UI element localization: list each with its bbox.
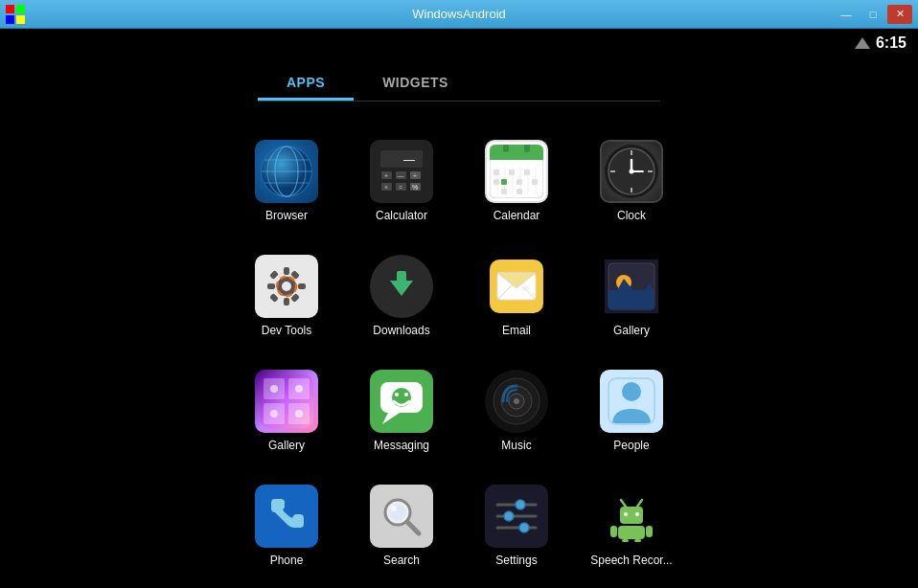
gallery1-icon [600, 255, 663, 318]
svg-rect-123 [618, 526, 645, 539]
calculator-icon: — + — ÷ × = % [370, 140, 433, 203]
svg-rect-127 [634, 539, 641, 542]
clock-label: Clock [617, 209, 646, 222]
app-people[interactable]: People [584, 351, 679, 456]
tab-bar: APPS WIDGETS [258, 67, 660, 101]
devtools-label: Dev Tools [262, 324, 311, 337]
svg-point-100 [514, 398, 519, 404]
restore-button[interactable]: □ [861, 5, 885, 24]
speech-icon [600, 485, 663, 548]
music-icon [485, 370, 548, 433]
svg-rect-0 [6, 5, 14, 13]
app-calculator[interactable]: — + — ÷ × = % [354, 121, 449, 226]
browser-label: Browser [265, 209, 308, 222]
tab-divider [258, 101, 660, 102]
settings-label: Settings [495, 554, 537, 567]
svg-rect-126 [622, 539, 629, 542]
app-settings[interactable]: Settings [469, 465, 564, 571]
minimize-button[interactable]: — [834, 5, 859, 24]
app-email[interactable]: Email [469, 236, 564, 341]
titlebar-logo [6, 5, 25, 24]
svg-rect-59 [284, 267, 289, 275]
people-icon [600, 370, 663, 433]
svg-point-107 [389, 504, 406, 521]
people-label: People [613, 439, 649, 452]
app-gallery1[interactable]: Gallery [584, 236, 679, 341]
svg-rect-29 [490, 154, 543, 160]
devtools-icon [255, 255, 318, 318]
svg-point-55 [630, 170, 634, 174]
svg-point-58 [282, 282, 291, 291]
status-bar: 6:15 [0, 29, 918, 57]
app-browser[interactable]: Browser [239, 121, 334, 226]
window-title: WindowsAndroid [412, 7, 506, 21]
messaging-icon [370, 370, 433, 433]
svg-point-88 [270, 410, 278, 418]
app-messaging[interactable]: Messaging [354, 351, 449, 456]
svg-point-119 [624, 512, 628, 516]
window-controls: — □ ✕ [834, 5, 912, 24]
app-calendar[interactable]: Calendar [469, 121, 564, 226]
app-music[interactable]: Music [469, 351, 564, 456]
svg-rect-13 [380, 150, 423, 168]
svg-rect-61 [267, 283, 275, 289]
messaging-label: Messaging [374, 439, 429, 452]
svg-rect-39 [493, 179, 499, 185]
tab-widgets[interactable]: WIDGETS [354, 67, 477, 101]
app-gallery2[interactable]: Gallery [239, 351, 334, 456]
svg-point-116 [519, 523, 529, 532]
gallery2-label: Gallery [268, 439, 305, 452]
app-clock[interactable]: Clock [584, 121, 679, 226]
svg-text:=: = [399, 184, 402, 191]
close-button[interactable]: ✕ [887, 5, 912, 24]
browser-icon [255, 140, 318, 203]
svg-rect-3 [16, 15, 25, 24]
svg-rect-42 [532, 179, 538, 185]
android-screen: 6:15 APPS WIDGETS [0, 29, 918, 588]
svg-rect-118 [620, 507, 643, 524]
svg-point-114 [516, 500, 525, 509]
titlebar: WindowsAndroid — □ ✕ [0, 0, 918, 29]
downloads-icon [370, 255, 433, 318]
svg-rect-1 [16, 5, 25, 13]
app-downloads[interactable]: Downloads [354, 236, 449, 341]
app-devtools[interactable]: Dev Tools [239, 236, 334, 341]
downloads-label: Downloads [373, 324, 429, 337]
svg-rect-124 [610, 526, 617, 537]
svg-rect-46 [524, 145, 530, 152]
svg-text:—: — [398, 172, 404, 179]
calculator-label: Calculator [376, 209, 427, 222]
svg-point-86 [270, 385, 278, 393]
svg-rect-125 [646, 526, 653, 537]
music-label: Music [501, 439, 531, 452]
svg-text:÷: ÷ [413, 172, 417, 179]
svg-rect-40 [501, 179, 507, 185]
gallery2-icon [255, 370, 318, 433]
signal-icon [855, 35, 870, 51]
tab-apps[interactable]: APPS [258, 67, 354, 101]
svg-point-87 [295, 385, 303, 393]
phone-icon [255, 485, 318, 548]
svg-marker-4 [855, 37, 870, 49]
calendar-icon [485, 140, 548, 203]
svg-rect-60 [284, 298, 289, 305]
svg-text:—: — [403, 153, 415, 167]
gallery1-label: Gallery [613, 324, 650, 337]
svg-text:×: × [384, 184, 388, 191]
svg-point-108 [391, 506, 397, 511]
svg-rect-36 [493, 170, 499, 175]
status-clock: 6:15 [876, 34, 907, 52]
svg-point-89 [295, 410, 303, 418]
svg-rect-41 [516, 179, 522, 185]
svg-point-94 [395, 393, 399, 396]
phone-label: Phone [270, 554, 304, 567]
svg-rect-37 [509, 170, 515, 175]
app-search[interactable]: Search [354, 465, 449, 571]
clock-icon [600, 140, 663, 203]
app-phone[interactable]: Phone [239, 465, 334, 571]
svg-rect-43 [501, 189, 507, 194]
calendar-label: Calendar [493, 209, 540, 222]
svg-text:+: + [384, 172, 388, 179]
app-speech[interactable]: Speech Recor... [584, 465, 679, 571]
app-grid: Browser — + [239, 121, 679, 571]
